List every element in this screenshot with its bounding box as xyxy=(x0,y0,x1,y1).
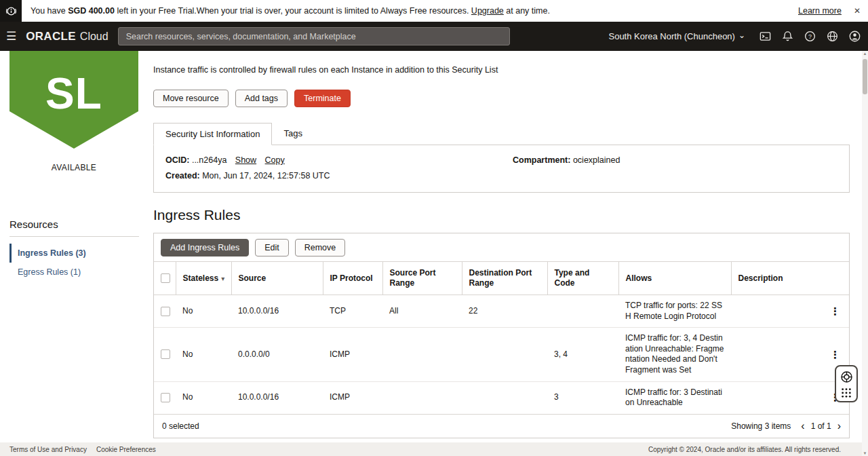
apps-grid-icon[interactable] xyxy=(841,387,852,398)
menu-icon[interactable]: ☰ xyxy=(0,29,23,43)
created-label: Created: xyxy=(165,171,200,180)
column-description: Description xyxy=(731,262,849,295)
banner-text-post: at any time. xyxy=(504,6,550,16)
sidebar-item-ingress-rules[interactable]: Ingress Rules (3) xyxy=(9,244,139,263)
cell-source-port xyxy=(382,381,462,414)
column-type-and-code: Type and Code xyxy=(547,262,618,295)
cookie-preferences-link[interactable]: Cookie Preferences xyxy=(96,446,156,453)
row-checkbox[interactable] xyxy=(161,349,170,359)
chevron-right-icon[interactable]: › xyxy=(837,421,841,432)
compartment-row: Compartment: ociexplained xyxy=(513,155,837,165)
cell-allows: ICMP traffic for: 3 Destination Unreacha… xyxy=(618,381,731,414)
cell-source: 10.0.0.0/16 xyxy=(231,295,323,328)
column-ip-protocol: IP Protocol xyxy=(323,262,382,295)
cell-stateless: No xyxy=(176,328,231,381)
cell-ip-protocol: ICMP xyxy=(323,328,382,381)
remove-button[interactable]: Remove xyxy=(295,239,346,256)
ocid-label: OCID: xyxy=(165,155,189,165)
region-label: South Korea North (Chuncheon) xyxy=(608,31,734,41)
column-allows: Allows xyxy=(618,262,731,295)
brand-oracle: ORACLE xyxy=(26,30,76,43)
row-checkbox[interactable] xyxy=(161,307,170,316)
page-footer: Terms of Use and Privacy Cookie Preferen… xyxy=(0,442,868,456)
caret-down-icon: ▾ xyxy=(221,275,224,282)
ocid-copy-link[interactable]: Copy xyxy=(265,155,285,165)
chevron-down-icon: ⌄ xyxy=(738,31,745,40)
detail-tabs: Security List Information Tags xyxy=(153,123,850,145)
support-lifebuoy-icon[interactable] xyxy=(840,370,854,384)
add-ingress-rules-button[interactable]: Add Ingress Rules xyxy=(161,239,249,256)
ingress-rules-table: Stateless▾ Source IP Protocol Source Por… xyxy=(154,261,849,414)
table-footer: 0 selected Showing 3 items ‹ 1 of 1 › xyxy=(154,414,849,438)
ocid-row: OCID: ...n264ya Show Copy xyxy=(165,155,513,165)
cloud-shell-icon[interactable] xyxy=(759,30,772,43)
move-resource-button[interactable]: Move resource xyxy=(153,90,229,107)
help-widget[interactable] xyxy=(835,365,858,402)
edit-button[interactable]: Edit xyxy=(255,239,289,256)
cell-ip-protocol: ICMP xyxy=(323,381,382,414)
security-list-information-panel: OCID: ...n264ya Show Copy Compartment: o… xyxy=(153,145,850,193)
resources-sidebar: Resources Ingress Rules (3) Egress Rules… xyxy=(9,218,139,282)
resources-list: Ingress Rules (3) Egress Rules (1) xyxy=(9,244,139,282)
brand-cloud: Cloud xyxy=(80,31,108,43)
add-tags-button[interactable]: Add tags xyxy=(235,90,288,107)
cell-type-code xyxy=(547,295,618,328)
region-selector[interactable]: South Korea North (Chuncheon) ⌄ xyxy=(608,31,745,41)
globe-language-icon[interactable] xyxy=(826,30,839,43)
copyright-text: Copyright © 2024, Oracle and/or its affi… xyxy=(648,446,841,453)
created-row: Created: Mon, Jun 17, 2024, 12:57:58 UTC xyxy=(165,171,513,180)
created-value: Mon, Jun 17, 2024, 12:57:58 UTC xyxy=(202,171,330,180)
tab-tags[interactable]: Tags xyxy=(272,123,313,145)
scroll-down-icon[interactable]: ▼ xyxy=(862,451,868,455)
table-row: No 0.0.0.0/0 ICMP 3, 4 ICMP traffic for:… xyxy=(154,328,849,381)
status-badge: AVAILABLE xyxy=(9,163,138,172)
close-icon[interactable]: ✕ xyxy=(854,6,861,16)
table-header-row: Stateless▾ Source IP Protocol Source Por… xyxy=(154,262,849,295)
help-icon[interactable]: ? xyxy=(804,30,816,43)
table-actions: Add Ingress Rules Edit Remove xyxy=(154,233,849,261)
notifications-bell-icon[interactable] xyxy=(781,30,794,43)
row-checkbox[interactable] xyxy=(161,393,170,402)
user-avatar-icon[interactable] xyxy=(848,30,861,43)
resource-avatar-label: SL xyxy=(45,69,102,119)
compartment-label: Compartment: xyxy=(513,155,570,165)
oracle-cloud-logo[interactable]: ORACLE Cloud xyxy=(26,30,108,43)
kebab-menu-icon[interactable]: ⋮ xyxy=(828,348,842,362)
resource-avatar-hexagon: SL xyxy=(9,51,138,149)
column-source-port-range: Source Port Range xyxy=(382,262,462,295)
cell-stateless: No xyxy=(176,295,231,328)
instance-traffic-note: Instance traffic is controlled by firewa… xyxy=(153,65,850,75)
selected-count: 0 selected xyxy=(162,421,199,431)
column-stateless[interactable]: Stateless▾ xyxy=(176,262,231,295)
page-content: SL AVAILABLE Resources Ingress Rules (3)… xyxy=(0,51,868,442)
cell-stateless: No xyxy=(176,381,231,414)
cell-type-code: 3 xyxy=(547,381,618,414)
learn-more-link[interactable]: Learn more xyxy=(798,6,842,16)
cell-dest-port: 22 xyxy=(462,295,547,328)
ingress-rules-panel: Add Ingress Rules Edit Remove Stateless▾… xyxy=(153,233,850,438)
cell-allows: TCP traffic for ports: 22 SSH Remote Log… xyxy=(618,295,731,328)
tab-security-list-information[interactable]: Security List Information xyxy=(153,123,272,145)
upgrade-link[interactable]: Upgrade xyxy=(471,6,504,16)
banner-text-pre: You have xyxy=(31,6,68,16)
resources-title: Resources xyxy=(9,218,139,230)
scrollbar-thumb[interactable] xyxy=(863,59,867,94)
select-all-checkbox[interactable] xyxy=(161,273,170,283)
cell-type-code: 3, 4 xyxy=(547,328,618,381)
table-row: No 10.0.0.0/16 ICMP 3 ICMP traffic for: … xyxy=(154,381,849,414)
sidebar-item-egress-rules[interactable]: Egress Rules (1) xyxy=(9,263,139,282)
cell-source: 10.0.0.0/16 xyxy=(231,381,323,414)
kebab-menu-icon[interactable]: ⋮ xyxy=(828,305,842,318)
terms-link[interactable]: Terms of Use and Privacy xyxy=(9,446,87,453)
ocid-show-link[interactable]: Show xyxy=(235,155,256,165)
column-destination-port-range: Destination Port Range xyxy=(462,262,547,295)
showing-items: Showing 3 items xyxy=(731,421,791,431)
chevron-left-icon[interactable]: ‹ xyxy=(801,421,804,432)
cell-dest-port xyxy=(462,381,547,414)
scroll-up-icon[interactable]: ▲ xyxy=(862,52,868,56)
compartment-value: ociexplained xyxy=(573,155,620,165)
scrollbar[interactable]: ▲ ▼ xyxy=(862,51,868,456)
terminate-button[interactable]: Terminate xyxy=(294,90,351,107)
search-input[interactable] xyxy=(118,27,510,45)
trial-amount: SGD 400.00 xyxy=(68,6,115,16)
